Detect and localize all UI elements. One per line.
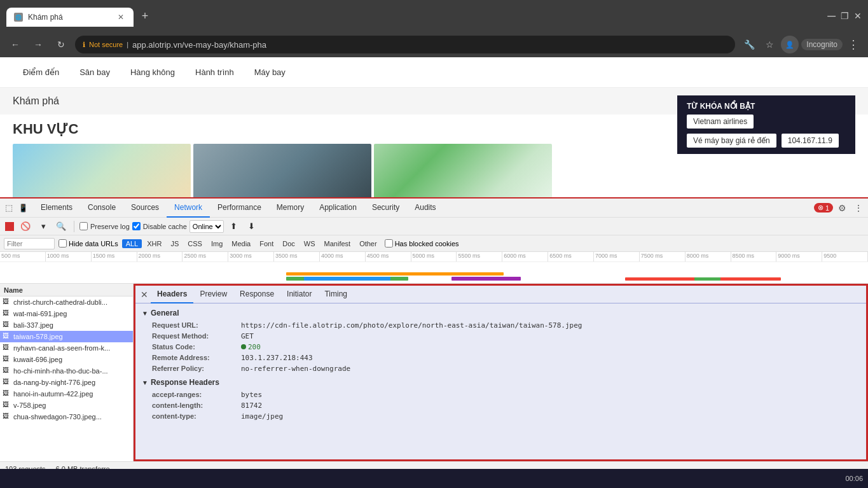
bookmark-icon[interactable]: ☆ (761, 36, 778, 53)
record-button[interactable] (5, 222, 14, 231)
import-button[interactable]: ⬆ (226, 219, 242, 234)
filter-type-media[interactable]: Media (228, 239, 254, 248)
nav-diem-den[interactable]: Điểm đến (13, 62, 69, 82)
devtools-tab-bar: ⬚ 📱 Elements Console Sources Network Per… (0, 199, 868, 218)
network-split-panel: Name 🖼 christ-church-cathedral-dubli... … (0, 284, 868, 461)
filter-type-doc[interactable]: Doc (279, 239, 299, 248)
tab-memory[interactable]: Memory (269, 199, 312, 218)
file-item-0[interactable]: 🖼 christ-church-cathedral-dubli... (0, 296, 133, 308)
tick-7500: 7500 ms (640, 252, 685, 261)
status-code-key: Status Code: (152, 343, 241, 351)
tab-audits[interactable]: Audits (407, 199, 443, 218)
search-button[interactable]: 🔍 (53, 219, 69, 234)
detail-tab-timing[interactable]: Timing (318, 286, 354, 303)
throttle-select[interactable]: Online (189, 220, 224, 233)
filter-type-all[interactable]: ALL (122, 239, 142, 248)
clear-button[interactable]: 🚫 (18, 219, 33, 234)
tab-network[interactable]: Network (167, 199, 210, 218)
file-icon-1: 🖼 (3, 309, 11, 318)
filter-type-js[interactable]: JS (167, 239, 183, 248)
file-item-2[interactable]: 🖼 bali-337.jpeg (0, 319, 133, 331)
filter-toggle-button[interactable]: ▾ (36, 219, 51, 234)
file-item-3[interactable]: 🖼 taiwan-578.jpeg (0, 331, 133, 342)
detail-tab-initiator[interactable]: Initiator (280, 286, 318, 303)
timeline-row: 500 ms 1000 ms 1500 ms 2000 ms 2500 ms 3… (0, 252, 868, 284)
site-navigation: Điểm đến Sân bay Hàng không Hành trình M… (0, 57, 868, 88)
keyword-tag-1[interactable]: Vé máy bay giá rẻ đến (687, 134, 776, 148)
detail-tab-headers[interactable]: Headers (151, 286, 193, 303)
tab-close-button[interactable]: ✕ (116, 12, 126, 22)
menu-button[interactable]: ⋮ (845, 38, 862, 52)
filter-type-manifest[interactable]: Manifest (320, 239, 355, 248)
hide-data-urls-checkbox[interactable] (59, 239, 67, 247)
file-item-4[interactable]: 🖼 nyhavn-canal-as-seen-from-k... (0, 342, 133, 354)
tab-sources[interactable]: Sources (123, 199, 167, 218)
filter-type-css[interactable]: CSS (184, 239, 206, 248)
disable-cache-label[interactable]: Disable cache (132, 222, 187, 230)
maximize-button[interactable]: ❐ (841, 11, 849, 21)
status-code-text: 200 (248, 343, 261, 351)
keyword-tag-0[interactable]: Vietnam airlines (687, 115, 754, 129)
minimize-button[interactable]: ─ (827, 10, 836, 23)
disable-cache-checkbox[interactable] (132, 222, 141, 230)
file-item-7[interactable]: 🖼 da-nang-by-night-776.jpeg (0, 377, 133, 388)
devtools-settings-button[interactable]: ⚙ (836, 203, 849, 213)
hide-data-urls-label[interactable]: Hide data URLs (59, 239, 118, 247)
preserve-log-checkbox[interactable] (79, 222, 88, 230)
response-headers-section-header[interactable]: ▼ Response Headers (142, 378, 860, 387)
new-tab-button[interactable]: + (136, 7, 154, 25)
incognito-label[interactable]: Incognito (801, 39, 843, 50)
extensions-icon[interactable]: 🔧 (740, 36, 758, 53)
file-item-5[interactable]: 🖼 kuwait-696.jpeg (0, 354, 133, 365)
file-item-10[interactable]: 🖼 chua-shwedagon-730.jpeg... (0, 411, 133, 422)
filter-type-xhr[interactable]: XHR (143, 239, 165, 248)
error-badge: ⊗ 1 (814, 203, 833, 213)
filter-type-ws[interactable]: WS (300, 239, 319, 248)
tab-console[interactable]: Console (80, 199, 123, 218)
status-dot (241, 344, 246, 349)
keyword-tag-2[interactable]: 104.167.11.9 (782, 134, 839, 148)
request-url-row: Request URL: https://cdn-file.alotrip.co… (142, 321, 860, 330)
device-toolbar-button[interactable]: 📱 (17, 202, 29, 214)
export-button[interactable]: ⬇ (244, 219, 259, 234)
file-item-name-6: ho-chi-minh-nha-tho-duc-ba-... (13, 367, 108, 375)
file-item-6[interactable]: 🖼 ho-chi-minh-nha-tho-duc-ba-... (0, 365, 133, 377)
nav-may-bay[interactable]: Máy bay (244, 62, 296, 82)
file-list-items[interactable]: 🖼 christ-church-cathedral-dubli... 🖼 wat… (0, 296, 133, 461)
active-tab[interactable]: 🌐 Khám phá ✕ (6, 8, 134, 27)
nav-hanh-trinh[interactable]: Hành trình (185, 62, 244, 82)
file-item-9[interactable]: 🖼 v-758.jpeg (0, 400, 133, 411)
address-input[interactable]: ℹ Not secure | app.alotrip.vn/ve-may-bay… (75, 36, 735, 53)
forward-button[interactable]: → (29, 36, 47, 53)
filter-input[interactable] (4, 238, 55, 249)
file-item-8[interactable]: 🖼 hanoi-in-autumn-422.jpeg (0, 388, 133, 400)
tab-application[interactable]: Application (312, 199, 364, 218)
has-blocked-cookies-label[interactable]: Has blocked cookies (385, 239, 459, 247)
general-section-header[interactable]: ▼ General (142, 309, 860, 317)
referrer-policy-key: Referrer Policy: (152, 365, 241, 372)
preserve-log-label[interactable]: Preserve log (79, 222, 130, 230)
reload-button[interactable]: ↻ (52, 36, 70, 53)
detail-tab-preview[interactable]: Preview (193, 286, 233, 303)
close-window-button[interactable]: ✕ (854, 11, 862, 21)
nav-san-bay[interactable]: Sân bay (69, 62, 120, 82)
detail-close-button[interactable]: ✕ (138, 288, 151, 301)
nav-hang-khong[interactable]: Hàng không (120, 62, 185, 82)
security-icon: ℹ (83, 41, 85, 49)
back-button[interactable]: ← (6, 36, 24, 53)
file-item-1[interactable]: 🖼 wat-mai-691.jpeg (0, 308, 133, 319)
tick-3500: 3500 ms (274, 252, 320, 261)
filter-type-img[interactable]: Img (207, 239, 226, 248)
tab-performance[interactable]: Performance (210, 199, 269, 218)
filter-type-other[interactable]: Other (355, 239, 381, 248)
detail-tab-response[interactable]: Response (233, 286, 280, 303)
content-length-key: content-length: (152, 401, 241, 409)
has-blocked-cookies-checkbox[interactable] (385, 239, 393, 247)
tab-security[interactable]: Security (364, 199, 407, 218)
profile-icon[interactable]: 👤 (781, 36, 799, 53)
filter-type-font[interactable]: Font (256, 239, 277, 248)
inspect-element-button[interactable]: ⬚ (3, 202, 15, 214)
file-item-name-5: kuwait-696.jpeg (13, 356, 62, 363)
tab-elements[interactable]: Elements (33, 199, 80, 218)
devtools-more-button[interactable]: ⋮ (851, 203, 865, 213)
